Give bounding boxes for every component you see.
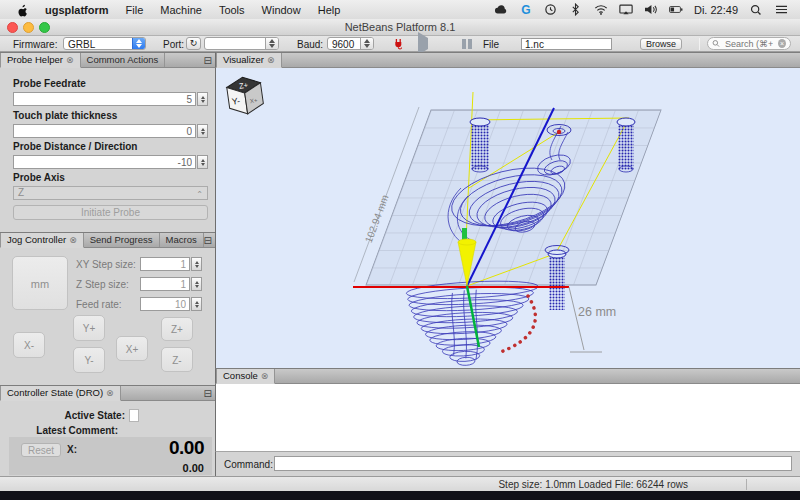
volume-icon[interactable] bbox=[644, 3, 658, 17]
menu-machine[interactable]: Machine bbox=[160, 4, 202, 16]
z-step-label: Z Step size: bbox=[76, 279, 129, 290]
active-state-label: Active State: bbox=[0, 410, 125, 421]
time-machine-icon[interactable] bbox=[544, 3, 558, 17]
probe-tab-row: Probe Helper⊗ Common Actions ⊟ bbox=[0, 52, 215, 68]
tab-console[interactable]: Console⊗ bbox=[216, 369, 275, 384]
stepper-updown-icon[interactable] bbox=[197, 92, 208, 106]
jog-controller-panel: Jog Controller⊗ Send Progress Macros ⊟ m… bbox=[0, 232, 215, 385]
visualizer-panel: Visualizer⊗ bbox=[215, 52, 800, 368]
clear-search-icon[interactable]: × bbox=[778, 39, 786, 48]
latest-comment-label: Latest Comment: bbox=[0, 425, 118, 436]
browse-button[interactable]: Browse bbox=[640, 38, 682, 50]
orientation-cube[interactable]: Z+ Y- X+ bbox=[226, 75, 265, 116]
chevron-updown-icon bbox=[132, 38, 145, 49]
menu-clock[interactable]: Di. 22:49 bbox=[694, 4, 738, 16]
stepper-updown-icon[interactable] bbox=[191, 297, 202, 311]
jog-y-plus-button[interactable]: Y+ bbox=[73, 315, 105, 341]
macos-menu-bar: ugsplatform File Machine Tools Window He… bbox=[0, 0, 800, 19]
close-tab-icon[interactable]: ⊗ bbox=[106, 389, 114, 398]
port-select[interactable] bbox=[204, 37, 279, 50]
desktop: ugsplatform File Machine Tools Window He… bbox=[0, 0, 800, 500]
feed-rate-label: Feed rate: bbox=[76, 299, 122, 310]
play-button[interactable] bbox=[418, 38, 428, 49]
unit-toggle-button[interactable]: mm bbox=[12, 256, 68, 310]
jog-tab-row: Jog Controller⊗ Send Progress Macros ⊟ bbox=[0, 232, 215, 248]
stepper-updown-icon[interactable] bbox=[191, 277, 202, 291]
left-panel-column: Probe Helper⊗ Common Actions ⊟ Probe Fee… bbox=[0, 52, 215, 476]
port-label: Port: bbox=[163, 39, 184, 50]
stepper-updown-icon[interactable] bbox=[197, 124, 208, 138]
search-field[interactable]: × bbox=[707, 37, 791, 50]
jog-z-minus-button[interactable]: Z- bbox=[161, 347, 193, 372]
status-divider bbox=[746, 479, 747, 490]
menu-file[interactable]: File bbox=[126, 4, 144, 16]
xy-step-label: XY Step size: bbox=[76, 259, 136, 270]
stepper-updown-icon[interactable] bbox=[191, 257, 202, 271]
spotlight-icon[interactable] bbox=[749, 3, 763, 17]
cloud-sync-icon[interactable] bbox=[494, 3, 508, 17]
jog-y-minus-button[interactable]: Y- bbox=[73, 347, 105, 373]
touch-plate-input[interactable] bbox=[13, 124, 196, 138]
baud-select[interactable]: 9600 bbox=[327, 37, 374, 50]
airplay-display-icon[interactable] bbox=[619, 3, 633, 17]
visualizer-canvas[interactable]: 102.94 mm bbox=[215, 68, 800, 368]
menu-help[interactable]: Help bbox=[318, 4, 341, 16]
menu-window[interactable]: Window bbox=[262, 4, 301, 16]
tab-macros[interactable]: Macros bbox=[160, 233, 204, 247]
active-state-value bbox=[129, 409, 139, 422]
search-input[interactable] bbox=[723, 38, 775, 50]
connect-plug-icon[interactable] bbox=[393, 38, 405, 52]
menu-tools[interactable]: Tools bbox=[219, 4, 245, 16]
search-icon bbox=[712, 39, 720, 48]
probe-axis-select[interactable]: Z⌃ bbox=[13, 186, 208, 200]
pause-button[interactable] bbox=[462, 38, 472, 49]
refresh-ports-button[interactable]: ↻ bbox=[186, 37, 201, 50]
close-tab-icon[interactable]: ⊗ bbox=[69, 236, 77, 245]
probe-helper-panel: Probe Helper⊗ Common Actions ⊟ Probe Fee… bbox=[0, 52, 215, 232]
tab-send-progress[interactable]: Send Progress bbox=[84, 233, 160, 247]
dimension-depth-label: 26 mm bbox=[578, 305, 616, 319]
minimize-panel-icon[interactable]: ⊟ bbox=[204, 235, 212, 246]
grid-plane bbox=[366, 110, 661, 285]
probe-distance-input[interactable] bbox=[13, 155, 196, 169]
jog-x-plus-button[interactable]: X+ bbox=[116, 336, 148, 361]
tab-common-actions[interactable]: Common Actions bbox=[81, 53, 166, 67]
stepper-updown-icon[interactable] bbox=[197, 155, 208, 169]
xy-step-input[interactable] bbox=[140, 257, 190, 271]
probe-distance-label: Probe Distance / Direction bbox=[13, 141, 137, 152]
tab-jog-controller[interactable]: Jog Controller⊗ bbox=[0, 233, 84, 248]
notification-center-icon[interactable] bbox=[774, 3, 788, 17]
close-tab-icon[interactable]: ⊗ bbox=[66, 56, 74, 65]
menu-app-name[interactable]: ugsplatform bbox=[45, 4, 109, 16]
jog-x-minus-button[interactable]: X- bbox=[13, 332, 45, 358]
work-position-value: 0.00 bbox=[169, 437, 204, 459]
file-name-input[interactable] bbox=[521, 38, 612, 50]
tab-probe-helper[interactable]: Probe Helper⊗ bbox=[0, 53, 81, 68]
firmware-select[interactable]: GRBL bbox=[63, 37, 146, 50]
probe-feedrate-input[interactable] bbox=[13, 92, 196, 106]
feed-rate-input[interactable] bbox=[140, 297, 190, 311]
reset-button[interactable]: Reset bbox=[21, 443, 61, 457]
app-window: NetBeans Platform 8.1 Firmware: GRBL Por… bbox=[0, 19, 800, 491]
minimize-panel-icon[interactable]: ⊟ bbox=[204, 55, 212, 66]
apple-menu-icon[interactable] bbox=[14, 3, 28, 17]
probe-axis-label: Probe Axis bbox=[13, 172, 65, 183]
z-step-input[interactable] bbox=[140, 277, 190, 291]
desktop-background-strip bbox=[0, 491, 800, 500]
wifi-icon[interactable] bbox=[594, 3, 608, 17]
right-panel-column: Visualizer⊗ bbox=[215, 52, 800, 476]
close-tab-icon[interactable]: ⊗ bbox=[261, 372, 269, 381]
jog-z-plus-button[interactable]: Z+ bbox=[161, 317, 193, 341]
logitech-g-icon[interactable]: G bbox=[519, 3, 533, 17]
close-tab-icon[interactable]: ⊗ bbox=[267, 56, 275, 65]
command-input[interactable] bbox=[274, 456, 792, 471]
initiate-probe-button[interactable]: Initiate Probe bbox=[13, 205, 208, 220]
tab-visualizer[interactable]: Visualizer⊗ bbox=[216, 53, 282, 68]
command-row: Command: bbox=[215, 452, 800, 476]
bluetooth-icon[interactable] bbox=[569, 3, 583, 17]
battery-icon[interactable] bbox=[669, 3, 683, 17]
minimize-panel-icon[interactable]: ⊟ bbox=[204, 388, 212, 399]
command-label: Command: bbox=[224, 459, 273, 470]
console-output[interactable] bbox=[215, 384, 800, 452]
tab-controller-state[interactable]: Controller State (DRO)⊗ bbox=[0, 386, 121, 401]
